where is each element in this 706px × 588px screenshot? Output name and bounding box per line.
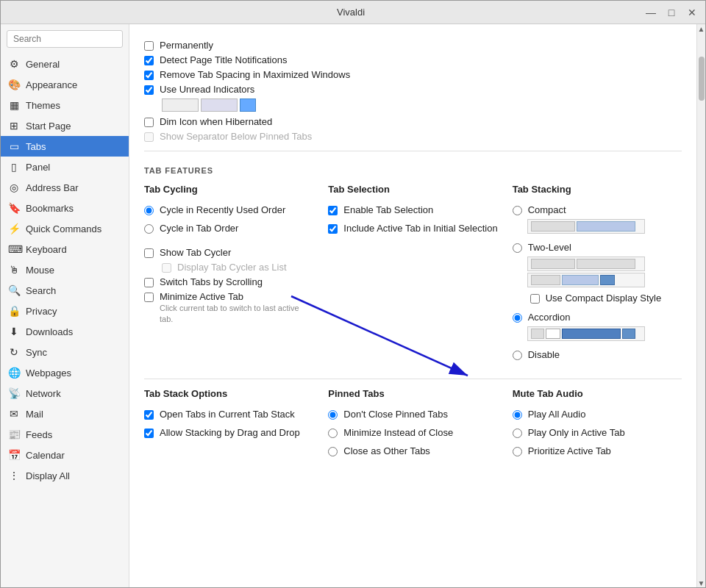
titlebar: Vivaldi — □ ✕ — [1, 1, 705, 24]
stack-compact-radio[interactable] — [513, 206, 522, 215]
scrollbar-thumb[interactable] — [699, 57, 705, 101]
sidebar-label-network: Network — [26, 388, 61, 399]
sidebar-label-quick-commands: Quick Commands — [26, 223, 101, 234]
permanently-checkbox[interactable] — [144, 41, 154, 51]
compact-preview — [527, 219, 645, 234]
sidebar-item-mouse[interactable]: 🖱Mouse — [1, 259, 129, 280]
dim-icon-row: Dim Icon when Hibernated — [144, 116, 682, 127]
scrollbar-track[interactable] — [699, 35, 705, 577]
privacy-icon: 🔒 — [8, 305, 20, 317]
detect-page-title-label: Detect Page Title Notifications — [160, 54, 287, 65]
minimize-active-checkbox[interactable] — [144, 293, 154, 302]
sidebar-item-calendar[interactable]: 📅Calendar — [1, 445, 129, 465]
show-separator-checkbox[interactable] — [144, 132, 154, 142]
use-unread-row: Use Unread Indicators — [144, 84, 682, 95]
tab-selection-col: Tab Selection Enable Tab Selection Inclu… — [328, 184, 497, 364]
minimize-active-row: Minimize Active Tab Click current tab to… — [144, 291, 313, 324]
permanently-row: Permanently — [144, 40, 682, 51]
sidebar-item-quick-commands[interactable]: ⚡Quick Commands — [1, 218, 129, 239]
bookmarks-icon: 🔖 — [8, 202, 20, 214]
include-active-checkbox[interactable] — [328, 224, 338, 234]
display-as-list-checkbox[interactable] — [162, 263, 171, 273]
close-as-other-radio[interactable] — [328, 447, 338, 456]
mute-tab-audio-title: Mute Tab Audio — [513, 388, 682, 399]
themes-icon: ▦ — [8, 99, 20, 111]
remove-tab-spacing-row: Remove Tab Spacing in Maximized Windows — [144, 69, 682, 80]
quick-commands-icon: ⚡ — [8, 223, 20, 234]
stacking-compact-row: Compact — [513, 204, 682, 215]
sidebar-item-privacy[interactable]: 🔒Privacy — [1, 301, 129, 321]
maximize-button[interactable]: □ — [664, 5, 679, 20]
search-input[interactable] — [7, 30, 123, 48]
display-as-list-label: Display Tab Cycler as List — [177, 262, 287, 273]
tab-preview-active — [240, 98, 256, 112]
show-tab-cycler-row: Show Tab Cycler — [144, 247, 313, 258]
stack-disable-label: Disable — [528, 349, 560, 360]
close-as-other-row: Close as Other Tabs — [328, 445, 497, 456]
use-compact-checkbox[interactable] — [530, 294, 540, 304]
detect-page-title-checkbox[interactable] — [144, 56, 154, 65]
tab-features-header: TAB FEATURES — [144, 166, 682, 175]
remove-tab-spacing-checkbox[interactable] — [144, 71, 154, 80]
dim-icon-checkbox[interactable] — [144, 118, 154, 127]
play-active-label: Play Only in Active Tab — [528, 427, 625, 438]
mouse-icon: 🖱 — [8, 264, 20, 276]
sidebar-item-mail[interactable]: ✉Mail — [1, 404, 129, 424]
sidebar-item-webpages[interactable]: 🌐Webpages — [1, 362, 129, 383]
open-current-stack-checkbox[interactable] — [144, 410, 154, 420]
sidebar-item-panel[interactable]: ▯Panel — [1, 157, 129, 177]
sidebar-item-general[interactable]: ⚙General — [1, 54, 129, 74]
dont-close-pinned-radio[interactable] — [328, 410, 338, 420]
play-active-radio[interactable] — [513, 429, 522, 438]
sidebar-item-sync[interactable]: ↻Sync — [1, 342, 129, 362]
sidebar-label-bookmarks: Bookmarks — [26, 203, 74, 214]
prioritize-label: Prioritize Active Tab — [528, 445, 611, 456]
scroll-down-arrow[interactable]: ▼ — [697, 578, 706, 587]
cycle-recently-radio[interactable] — [144, 206, 154, 215]
tab-preview-mid — [201, 98, 238, 112]
show-tab-cycler-checkbox[interactable] — [144, 248, 154, 258]
sidebar-label-mail: Mail — [26, 409, 43, 420]
sidebar-item-bookmarks[interactable]: 🔖Bookmarks — [1, 198, 129, 218]
two-level-sub-3 — [600, 275, 615, 285]
sidebar-item-keyboard[interactable]: ⌨Keyboard — [1, 239, 129, 259]
switch-by-scrolling-checkbox[interactable] — [144, 278, 154, 287]
acc-tab-active — [546, 329, 560, 339]
search-box — [7, 30, 123, 48]
sidebar-label-calendar: Calendar — [26, 450, 65, 461]
mail-icon: ✉ — [8, 408, 20, 420]
two-level-sub-1 — [531, 275, 560, 285]
sidebar-item-display-all[interactable]: ⋮Display All — [1, 465, 129, 486]
scroll-up-arrow[interactable]: ▲ — [697, 24, 706, 33]
minimize-instead-radio[interactable] — [328, 429, 338, 438]
play-all-radio[interactable] — [513, 410, 522, 420]
sidebar-item-start-page[interactable]: ⊞Start Page — [1, 115, 129, 136]
sidebar-item-search[interactable]: 🔍Search — [1, 280, 129, 301]
use-unread-checkbox[interactable] — [144, 85, 154, 95]
sidebar-label-search: Search — [26, 285, 56, 296]
allow-stacking-row: Allow Stacking by Drag and Drop — [144, 427, 313, 438]
include-active-row: Include Active Tab in Initial Selection — [328, 223, 497, 234]
sidebar-item-tabs[interactable]: ▭Tabs — [1, 136, 129, 157]
network-icon: 📡 — [8, 387, 20, 399]
prioritize-radio[interactable] — [513, 447, 522, 456]
sidebar-label-general: General — [26, 59, 60, 70]
enable-tab-selection-checkbox[interactable] — [328, 206, 338, 215]
stack-two-level-radio[interactable] — [513, 243, 522, 253]
stack-accordion-radio[interactable] — [513, 313, 522, 323]
play-active-row: Play Only in Active Tab — [513, 427, 682, 438]
feeds-icon: 📰 — [8, 429, 20, 440]
allow-stacking-checkbox[interactable] — [144, 429, 154, 438]
stack-disable-radio[interactable] — [513, 351, 522, 360]
close-button[interactable]: ✕ — [685, 5, 699, 20]
cycle-tab-order-radio[interactable] — [144, 224, 154, 234]
sidebar-item-appearance[interactable]: 🎨Appearance — [1, 74, 129, 95]
sidebar-item-network[interactable]: 📡Network — [1, 383, 129, 404]
sidebar-item-downloads[interactable]: ⬇Downloads — [1, 321, 129, 342]
display-all-icon: ⋮ — [8, 470, 20, 481]
use-compact-label: Use Compact Display Style — [546, 293, 662, 304]
minimize-button[interactable]: — — [643, 5, 658, 20]
sidebar-item-themes[interactable]: ▦Themes — [1, 95, 129, 115]
sidebar-item-feeds[interactable]: 📰Feeds — [1, 424, 129, 445]
sidebar-item-address-bar[interactable]: ◎Address Bar — [1, 177, 129, 198]
